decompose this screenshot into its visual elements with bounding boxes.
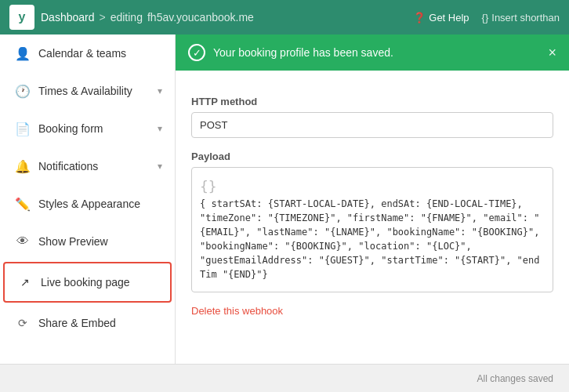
notifications-icon: 🔔 xyxy=(15,158,31,174)
insert-shorthand-label: Insert shorthan xyxy=(491,12,560,24)
calendar-teams-icon: 👤 xyxy=(15,45,31,61)
sidebar-label-live-booking-page: Live booking page xyxy=(41,276,158,289)
toast-message: Your booking profile has been saved. xyxy=(213,46,393,59)
footer-bar: All changes saved xyxy=(0,364,569,392)
footer-status: All changes saved xyxy=(477,373,553,384)
payload-box[interactable]: {} { startSAt: {START-LOCAL-DATE}, endSA… xyxy=(191,167,553,292)
payload-content: { startSAt: {START-LOCAL-DATE}, endSAt: … xyxy=(200,197,545,281)
sidebar-label-share-embed: Share & Embed xyxy=(38,317,162,329)
content-inner: HTTP method Payload {} { startSAt: {STAR… xyxy=(176,71,569,348)
logo-text: y xyxy=(19,10,26,24)
sidebar-item-calendar-teams[interactable]: 👤 Calendar & teams xyxy=(0,34,175,72)
sidebar-label-notifications: Notifications xyxy=(38,160,150,172)
http-method-input[interactable] xyxy=(191,112,553,138)
booking-form-icon: 📄 xyxy=(15,121,31,136)
topbar: y Dashboard > editing fh5av.youcanbook.m… xyxy=(0,0,569,34)
breadcrumb-domain: fh5av.youcanbook.me xyxy=(147,11,254,24)
get-help-label: Get Help xyxy=(429,12,469,24)
help-icon: ❓ xyxy=(413,12,426,24)
toast-check-icon: ✓ xyxy=(188,44,205,61)
sidebar-item-show-preview[interactable]: 👁 Show Preview xyxy=(0,223,175,260)
sidebar-item-booking-form[interactable]: 📄 Booking form ▾ xyxy=(0,110,175,147)
sidebar-item-styles-appearance[interactable]: ✏️ Styles & Appearance xyxy=(0,185,175,223)
delete-webhook-button[interactable]: Delete this webhook xyxy=(191,305,283,317)
breadcrumb-editing: editing xyxy=(111,11,143,24)
sidebar-label-show-preview: Show Preview xyxy=(38,235,162,248)
logo: y xyxy=(9,5,34,30)
sidebar-label-times-availability: Times & Availability xyxy=(38,85,150,97)
insert-shorthand-button[interactable]: {} Insert shorthan xyxy=(482,12,560,24)
breadcrumb: Dashboard > editing fh5av.youcanbook.me xyxy=(41,11,254,24)
toast-close-button[interactable]: × xyxy=(548,45,556,61)
main-layout: 👤 Calendar & teams 🕐 Times & Availabilit… xyxy=(0,34,569,364)
topbar-right: ❓ Get Help {} Insert shorthan xyxy=(413,12,560,24)
sidebar-item-times-availability[interactable]: 🕐 Times & Availability ▾ xyxy=(0,72,175,110)
chevron-down-icon-3: ▾ xyxy=(158,161,162,172)
sidebar-label-styles-appearance: Styles & Appearance xyxy=(38,198,162,210)
live-booking-icon: ↗ xyxy=(17,274,33,290)
breadcrumb-separator: > xyxy=(100,11,106,24)
shorthand-icon: {} xyxy=(482,12,489,24)
styles-appearance-icon: ✏️ xyxy=(15,196,31,212)
payload-label: Payload xyxy=(191,151,553,162)
sidebar-label-calendar-teams: Calendar & teams xyxy=(38,47,162,60)
sidebar-label-booking-form: Booking form xyxy=(38,122,150,135)
sidebar: 👤 Calendar & teams 🕐 Times & Availabilit… xyxy=(0,34,176,364)
dashboard-link[interactable]: Dashboard xyxy=(41,11,95,24)
get-help-button[interactable]: ❓ Get Help xyxy=(413,12,469,24)
payload-placeholder: {} xyxy=(200,176,545,197)
sidebar-item-share-embed[interactable]: ⟳ Share & Embed xyxy=(0,304,175,342)
chevron-down-icon-2: ▾ xyxy=(158,123,162,134)
content-area: ✓ Your booking profile has been saved. ×… xyxy=(176,34,569,364)
times-availability-icon: 🕐 xyxy=(15,83,31,99)
sidebar-item-notifications[interactable]: 🔔 Notifications ▾ xyxy=(0,147,175,185)
chevron-down-icon: ▾ xyxy=(158,85,162,96)
share-embed-icon: ⟳ xyxy=(15,315,31,331)
show-preview-icon: 👁 xyxy=(15,234,31,249)
http-method-label: HTTP method xyxy=(191,96,553,107)
toast-notification: ✓ Your booking profile has been saved. × xyxy=(176,34,569,71)
sidebar-item-live-booking-page[interactable]: ↗ Live booking page xyxy=(3,262,172,303)
